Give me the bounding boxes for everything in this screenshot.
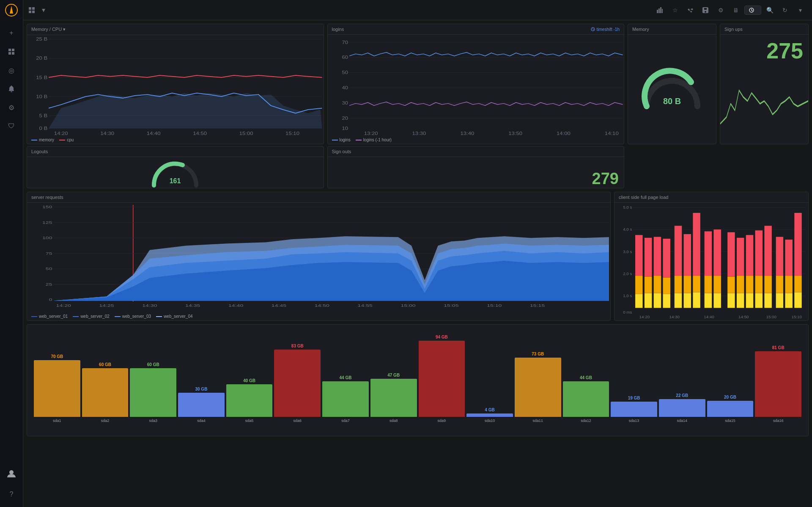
svg-text:15:00: 15:00 [401, 303, 416, 308]
disk-body: 70 GBsda160 GBsda260 GBsda330 GBsda440 G… [27, 325, 808, 436]
svg-rect-131 [705, 293, 712, 308]
svg-rect-9 [29, 11, 31, 13]
server-requests-chart: 150 125 100 75 50 25 0 14:20 14:25 14:30… [27, 203, 610, 312]
chart-type-button[interactable] [653, 3, 667, 17]
disk-bar-group: 47 GBsda8 [370, 373, 417, 423]
disk-bar-label-top: 70 GB [51, 354, 63, 359]
logins-panel: logins timeshift -1h 70 [327, 24, 625, 144]
svg-text:161: 161 [170, 177, 181, 185]
svg-text:15:05: 15:05 [444, 303, 459, 308]
disk-bar-group: 73 GBsda11 [515, 352, 561, 423]
sidebar-item-explore[interactable]: ◎ [3, 62, 20, 79]
svg-text:15:10: 15:10 [285, 131, 299, 136]
monitor-button[interactable]: 🖥 [729, 3, 743, 17]
memory-cpu-panel: Memory / CPU ▾ 25 B 20 B 15 B 10 B 5 B 0… [27, 24, 324, 144]
disk-bar-group: 94 GBsda9 [419, 335, 465, 423]
legend-memory-label: memory [39, 138, 54, 142]
memory-cpu-header[interactable]: Memory / CPU ▾ [27, 24, 324, 35]
sidebar-item-add[interactable]: + [3, 25, 20, 41]
svg-rect-137 [727, 293, 735, 308]
sidebar-item-shield[interactable]: 🛡 [3, 118, 20, 135]
app-logo[interactable] [5, 3, 18, 17]
svg-text:4.0 s: 4.0 s [623, 227, 632, 232]
disk-bar-label-bottom: sda8 [390, 419, 398, 423]
svg-rect-11 [657, 10, 658, 13]
svg-text:0 B: 0 B [39, 126, 47, 131]
refresh-dropdown[interactable]: ▾ [793, 3, 807, 17]
svg-text:5.0 s: 5.0 s [623, 205, 632, 209]
sidebar-item-alerts[interactable] [3, 80, 20, 97]
svg-text:15:15: 15:15 [530, 303, 545, 308]
refresh-button[interactable]: ↻ [778, 3, 792, 17]
sidebar-item-dashboards[interactable] [3, 43, 20, 60]
disk-bar-group: 44 GBsda12 [563, 375, 609, 423]
svg-rect-121 [663, 239, 670, 278]
svg-text:15:00: 15:00 [239, 131, 253, 136]
svg-text:75: 75 [46, 251, 52, 256]
disk-bar [34, 360, 80, 417]
sidebar-item-settings[interactable]: ⚙ [3, 99, 20, 116]
disk-bar-group: 4 GBsda10 [466, 408, 513, 423]
svg-text:20: 20 [342, 116, 348, 121]
disk-bar-label-top: 60 GB [147, 362, 159, 367]
svg-rect-146 [755, 293, 763, 308]
svg-text:5 B: 5 B [39, 113, 47, 118]
disk-bar-label-bottom: sda3 [149, 419, 157, 423]
svg-rect-135 [713, 276, 721, 293]
legend-ws03-label: web_server_03 [122, 314, 151, 319]
star-button[interactable]: ☆ [668, 3, 682, 17]
time-range-button[interactable] [744, 6, 761, 15]
svg-rect-142 [737, 238, 744, 276]
svg-text:2.0 s: 2.0 s [623, 271, 632, 276]
svg-text:15:00: 15:00 [766, 314, 776, 319]
disk-bar-group: 44 GBsda7 [322, 375, 369, 423]
svg-rect-129 [693, 276, 700, 292]
svg-text:1.0 s: 1.0 s [623, 293, 632, 298]
svg-rect-113 [645, 293, 652, 308]
sidebar-item-help[interactable]: ? [3, 486, 20, 503]
grid-icon [28, 7, 35, 14]
svg-text:0: 0 [49, 297, 52, 302]
share-button[interactable] [683, 3, 697, 17]
svg-rect-111 [635, 276, 642, 294]
sidebar: + ◎ ⚙ 🛡 ? [0, 0, 23, 507]
disk-bar [466, 413, 513, 417]
svg-rect-127 [684, 234, 691, 276]
svg-rect-124 [675, 226, 682, 276]
svg-text:13:50: 13:50 [508, 131, 522, 136]
user-avatar[interactable] [3, 466, 20, 482]
svg-rect-159 [794, 276, 801, 292]
svg-text:80 B: 80 B [663, 96, 681, 106]
disk-chart: 70 GBsda160 GBsda260 GBsda330 GBsda440 G… [34, 330, 801, 423]
svg-text:13:40: 13:40 [460, 131, 474, 136]
sign-ups-sparkline [720, 63, 808, 144]
save-button[interactable] [699, 3, 712, 17]
svg-text:10 B: 10 B [36, 94, 47, 99]
svg-rect-153 [776, 276, 783, 293]
title-dropdown-icon[interactable]: ▾ [42, 6, 45, 14]
svg-rect-149 [764, 293, 771, 308]
svg-text:14:40: 14:40 [147, 131, 161, 136]
disk-bar-label-top: 44 GB [580, 375, 592, 380]
svg-rect-13 [660, 7, 661, 13]
legend-logins-1h-label: logins (-1 hour) [363, 138, 392, 142]
svg-text:14:25: 14:25 [99, 303, 114, 308]
svg-text:60: 60 [342, 55, 348, 61]
server-requests-title: server requests [31, 195, 63, 200]
svg-rect-10 [32, 11, 35, 13]
svg-text:15:10: 15:10 [487, 303, 502, 308]
search-button[interactable]: 🔍 [763, 3, 776, 17]
disk-bar [659, 399, 705, 417]
disk-bar [419, 341, 465, 417]
legend-ws01-label: web_server_01 [39, 314, 68, 319]
svg-rect-144 [746, 276, 753, 293]
logouts-body: 161 [27, 157, 324, 188]
sign-outs-title: Sign outs [332, 149, 351, 154]
svg-rect-133 [705, 231, 712, 276]
legend-cpu: cpu [59, 138, 74, 142]
disk-bar [322, 381, 369, 417]
svg-rect-5 [12, 52, 14, 55]
gear-button[interactable]: ⚙ [714, 3, 727, 17]
disk-bar-label-top: 94 GB [436, 335, 448, 339]
svg-rect-141 [737, 276, 744, 293]
